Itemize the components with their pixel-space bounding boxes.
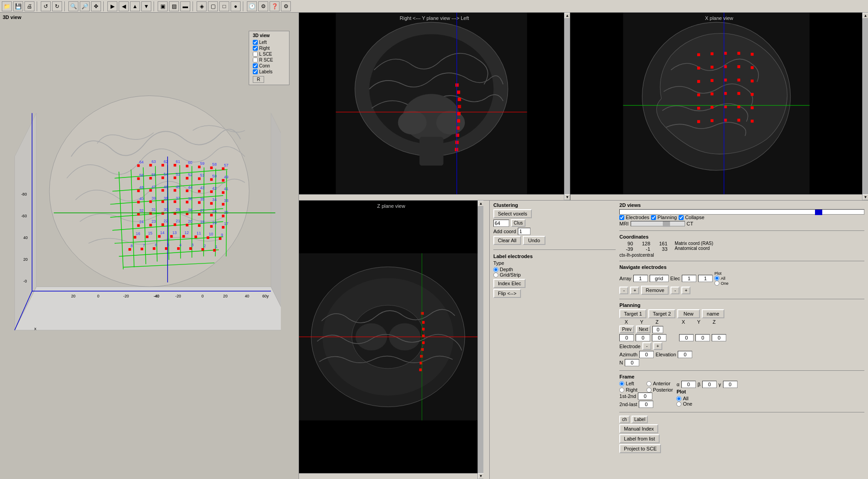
flip-btn[interactable]: Flip <--> — [493, 289, 521, 298]
nav-minus2-btn[interactable]: - — [670, 287, 680, 294]
y-plane-view[interactable]: Right <--- Y plane view ---> Left — [299, 13, 570, 200]
toolbar-icon-16[interactable]: ◈ — [197, 1, 207, 11]
twoD-slider-thumb[interactable] — [815, 210, 822, 215]
remove-btn[interactable]: Remove — [641, 286, 669, 295]
label-from-list-btn[interactable]: Label from list — [619, 434, 659, 443]
y1-input[interactable] — [636, 334, 650, 341]
twoD-slider-bar[interactable] — [619, 209, 864, 215]
xvscroll-track[interactable] — [863, 19, 868, 194]
array-input[interactable] — [633, 275, 648, 282]
target1-btn[interactable]: Target 1 — [619, 309, 646, 318]
toolbar-icon-22[interactable]: ❓ — [270, 1, 280, 11]
nav-plus2-btn[interactable]: + — [681, 287, 690, 294]
z-plane-view[interactable]: Z plane view — [299, 201, 483, 479]
z2-input[interactable] — [712, 334, 726, 341]
select-voxels-btn[interactable]: Select voxels — [493, 209, 532, 218]
prev-btn[interactable]: Prev — [619, 326, 634, 333]
x1-input[interactable] — [619, 334, 634, 341]
plot-all-radio[interactable] — [676, 396, 681, 401]
toolbar-icon-21[interactable]: ⚙ — [258, 1, 268, 11]
toolbar-icon-12[interactable]: ▼ — [141, 1, 151, 11]
x-plane-view[interactable]: X plane view — [570, 13, 868, 200]
overlay-r-button[interactable]: R — [253, 76, 264, 83]
anterior-radio[interactable] — [646, 381, 651, 386]
project-to-sce-btn[interactable]: Project to SCE — [619, 444, 661, 453]
overlay-lsce-checkbox[interactable] — [253, 52, 258, 57]
nav-plus-btn[interactable]: + — [630, 287, 639, 294]
cluster-value-input[interactable] — [493, 220, 509, 227]
elec-input[interactable] — [682, 275, 696, 282]
undo-btn[interactable]: Undo — [523, 236, 545, 245]
beta-input[interactable] — [702, 381, 717, 388]
posterior-radio[interactable] — [646, 388, 651, 393]
left-radio[interactable] — [619, 381, 624, 386]
toolbar-icon-20[interactable]: 🕐 — [247, 1, 257, 11]
toolbar-icon-6[interactable]: 🔍 — [68, 1, 78, 11]
planning-counter[interactable] — [652, 326, 663, 333]
elec-num-input[interactable] — [698, 275, 713, 282]
toolbar-icon-10[interactable]: ◀ — [119, 1, 129, 11]
new-btn[interactable]: New — [677, 309, 700, 318]
xvscroll-down[interactable]: ▼ — [863, 194, 868, 200]
z1-input[interactable] — [652, 334, 666, 341]
zvscroll-down[interactable]: ▼ — [478, 473, 483, 479]
overlay-conn-checkbox[interactable] — [253, 63, 258, 68]
azimuth-input[interactable] — [639, 351, 654, 358]
n-input[interactable] — [625, 359, 639, 366]
x-plane-vscroll[interactable]: ▲ ▼ — [862, 13, 868, 200]
target2-btn[interactable]: Target 2 — [648, 309, 675, 318]
y2-input[interactable] — [695, 334, 710, 341]
toolbar-icon-5[interactable]: ↻ — [52, 1, 62, 11]
toolbar-icon-11[interactable]: ▲ — [130, 1, 140, 11]
toolbar-icon-17[interactable]: ▢ — [208, 1, 218, 11]
next-btn[interactable]: Next — [636, 326, 651, 333]
y-plane-hscroll[interactable] — [299, 194, 564, 200]
clear-all-btn[interactable]: Clear All — [493, 236, 521, 245]
clus-btn[interactable]: Clus — [511, 219, 526, 227]
y-plane-vscroll[interactable]: ▲ ▼ — [564, 13, 570, 200]
x-plane-hscroll[interactable] — [570, 194, 862, 200]
grid-radio[interactable] — [493, 273, 498, 278]
vscroll-down[interactable]: ▼ — [564, 194, 570, 200]
z-plane-vscroll[interactable]: ▲ ▼ — [477, 201, 483, 479]
nav-minus-btn[interactable]: - — [619, 287, 628, 294]
x2-input[interactable] — [679, 334, 694, 341]
toolbar-icon-13[interactable]: ▣ — [158, 1, 168, 11]
toolbar-icon-14[interactable]: ▨ — [169, 1, 179, 11]
all-radio[interactable] — [714, 276, 719, 281]
toolbar-icon-19[interactable]: ● — [231, 1, 241, 11]
right-radio[interactable] — [619, 388, 624, 393]
one-radio[interactable] — [714, 281, 719, 286]
toolbar-icon-4[interactable]: ↺ — [41, 1, 51, 11]
zvscroll-up[interactable]: ▲ — [478, 201, 483, 206]
elevation-input[interactable] — [678, 351, 692, 358]
grid-input[interactable] — [650, 275, 669, 282]
ch-btn[interactable]: ch — [619, 416, 630, 423]
toolbar-icon-3[interactable]: 🖨 — [24, 1, 34, 11]
second-last-input[interactable] — [639, 401, 653, 408]
label-btn[interactable]: Label — [632, 416, 648, 423]
plot-one-radio[interactable] — [676, 402, 681, 407]
depth-radio[interactable] — [493, 267, 498, 272]
planning-checkbox[interactable] — [651, 215, 656, 220]
add-coord-input[interactable] — [518, 228, 530, 235]
overlay-left-checkbox[interactable] — [253, 40, 258, 45]
mri-slider[interactable] — [631, 221, 685, 226]
toolbar-icon-2[interactable]: 💾 — [13, 1, 23, 11]
z-plane-hscroll[interactable] — [299, 473, 477, 479]
toolbar-icon-23[interactable]: ⚙ — [281, 1, 291, 11]
electrodes-checkbox[interactable] — [619, 215, 624, 220]
index-elec-btn[interactable]: Index Elec — [493, 279, 526, 288]
vscroll-track[interactable] — [564, 19, 570, 194]
xvscroll-up[interactable]: ▲ — [863, 13, 868, 19]
gamma-input[interactable] — [723, 381, 738, 388]
vscroll-up[interactable]: ▲ — [564, 13, 570, 19]
toolbar-icon-18[interactable]: □ — [219, 1, 229, 11]
zvscroll-track[interactable] — [478, 206, 483, 473]
toolbar-icon-8[interactable]: ✥ — [91, 1, 101, 11]
name-btn[interactable]: name — [702, 309, 724, 318]
first-second-input[interactable] — [638, 393, 652, 400]
toolbar-icon-15[interactable]: ▬ — [180, 1, 190, 11]
toolbar-icon-7[interactable]: 🔎 — [80, 1, 90, 11]
elec-plus-btn[interactable]: + — [653, 342, 662, 350]
